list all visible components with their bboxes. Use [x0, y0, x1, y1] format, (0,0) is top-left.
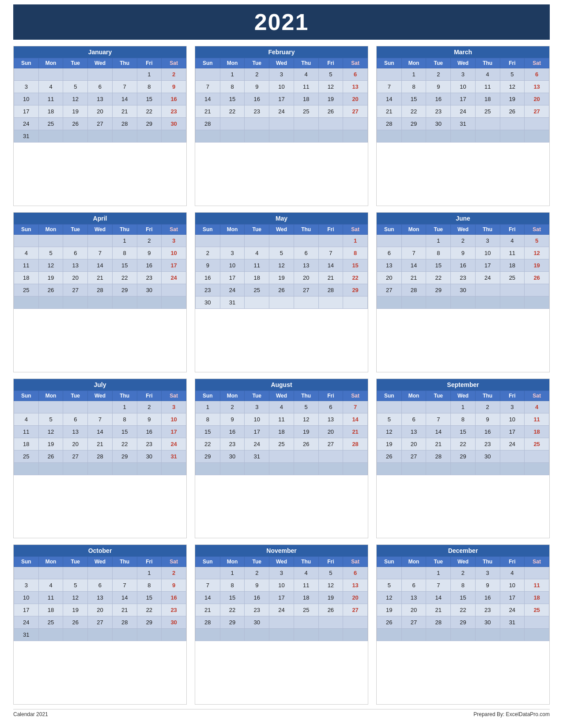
day-cell: 23 — [475, 604, 500, 616]
day-cell — [38, 234, 63, 247]
day-cell — [451, 296, 476, 308]
day-cell — [269, 234, 294, 247]
day-cell — [377, 462, 402, 475]
day-cell: 25 — [269, 438, 294, 450]
day-cell: 21 — [112, 604, 137, 616]
day-cell — [38, 296, 63, 308]
week-row — [377, 296, 549, 308]
day-cell: 13 — [63, 425, 88, 438]
day-cell — [196, 234, 220, 247]
day-cell: 13 — [343, 81, 368, 93]
day-cell: 21 — [112, 105, 137, 118]
footer-left: Calendar 2021 — [13, 711, 48, 717]
months-grid: JanuarySunMonTueWedThuFriSat123456789101… — [13, 46, 550, 705]
day-cell: 22 — [401, 105, 426, 118]
day-cell: 24 — [269, 105, 294, 118]
day-cell: 6 — [63, 247, 88, 259]
month-block-august: AugustSunMonTueWedThuFriSat1234567891011… — [195, 379, 368, 539]
day-cell — [269, 450, 294, 462]
cal-table: SunMonTueWedThuFriSat1234567891011121314… — [377, 58, 549, 143]
week-row: 24252627282930 — [14, 616, 186, 629]
day-header-thu: Thu — [112, 224, 137, 234]
day-cell: 28 — [401, 284, 426, 296]
day-cell — [343, 450, 368, 462]
day-cell: 13 — [343, 579, 368, 592]
day-cell — [38, 68, 63, 81]
day-cell: 20 — [63, 271, 88, 284]
day-cell — [245, 462, 269, 475]
day-header-sat: Sat — [525, 390, 549, 401]
month-block-june: JuneSunMonTueWedThuFriSat123456789101112… — [376, 212, 550, 372]
week-row: 14151617181920 — [196, 93, 368, 105]
day-cell: 26 — [377, 450, 402, 462]
day-cell — [377, 296, 402, 308]
week-row — [14, 296, 186, 308]
day-cell: 29 — [112, 284, 137, 296]
day-cell — [500, 296, 525, 308]
day-cell: 22 — [137, 105, 162, 118]
day-cell: 26 — [38, 450, 63, 462]
day-cell — [245, 296, 269, 308]
week-row: 78910111213 — [377, 81, 549, 93]
month-title: December — [377, 545, 549, 556]
day-cell: 25 — [525, 604, 549, 616]
week-row: 78910111213 — [196, 579, 368, 592]
week-row: 2345678 — [196, 247, 368, 259]
day-cell: 26 — [63, 616, 88, 629]
day-cell: 24 — [451, 105, 476, 118]
day-header-wed: Wed — [88, 224, 113, 234]
day-cell: 20 — [525, 93, 549, 105]
day-cell: 20 — [343, 592, 368, 604]
day-header-fri: Fri — [500, 390, 525, 401]
day-cell: 25 — [38, 118, 63, 130]
day-cell: 7 — [112, 81, 137, 93]
day-cell: 24 — [14, 118, 39, 130]
day-header-mon: Mon — [401, 390, 426, 401]
day-cell: 22 — [426, 271, 451, 284]
day-cell: 31 — [14, 629, 39, 641]
day-header-tue: Tue — [426, 224, 451, 234]
day-cell — [269, 616, 294, 629]
day-cell: 14 — [343, 413, 368, 425]
week-row: 1 — [196, 234, 368, 247]
day-cell: 20 — [88, 604, 113, 616]
week-row: 123456 — [377, 68, 549, 81]
week-row: 31 — [14, 130, 186, 143]
week-row: 262728293031 — [377, 616, 549, 629]
day-cell — [38, 629, 63, 641]
day-cell: 21 — [401, 271, 426, 284]
day-cell: 25 — [245, 284, 269, 296]
day-cell: 24 — [500, 604, 525, 616]
week-row: 10111213141516 — [14, 592, 186, 604]
day-cell: 1 — [220, 567, 245, 579]
week-row: 891011121314 — [196, 413, 368, 425]
day-cell — [220, 462, 245, 475]
day-cell — [63, 130, 88, 143]
day-cell: 24 — [220, 284, 245, 296]
week-row: 21222324252627 — [377, 105, 549, 118]
day-cell: 19 — [63, 604, 88, 616]
day-cell: 20 — [343, 93, 368, 105]
week-row — [196, 130, 368, 143]
day-header-wed: Wed — [88, 58, 113, 68]
day-cell: 11 — [269, 413, 294, 425]
day-cell — [451, 130, 476, 143]
day-cell — [63, 567, 88, 579]
day-cell: 12 — [269, 259, 294, 271]
day-cell — [343, 118, 368, 130]
week-row: 11121314151617 — [14, 425, 186, 438]
day-cell: 22 — [112, 438, 137, 450]
day-cell: 29 — [426, 284, 451, 296]
day-cell: 31 — [451, 118, 476, 130]
day-cell: 3 — [451, 68, 476, 81]
day-cell: 4 — [14, 413, 39, 425]
day-header-fri: Fri — [318, 224, 343, 234]
day-cell — [38, 567, 63, 579]
week-row: 1234567 — [196, 401, 368, 413]
day-cell: 6 — [343, 567, 368, 579]
day-cell — [63, 296, 88, 308]
day-cell: 30 — [162, 118, 186, 130]
day-cell — [377, 130, 402, 143]
day-cell: 22 — [220, 604, 245, 616]
day-cell: 8 — [220, 579, 245, 592]
